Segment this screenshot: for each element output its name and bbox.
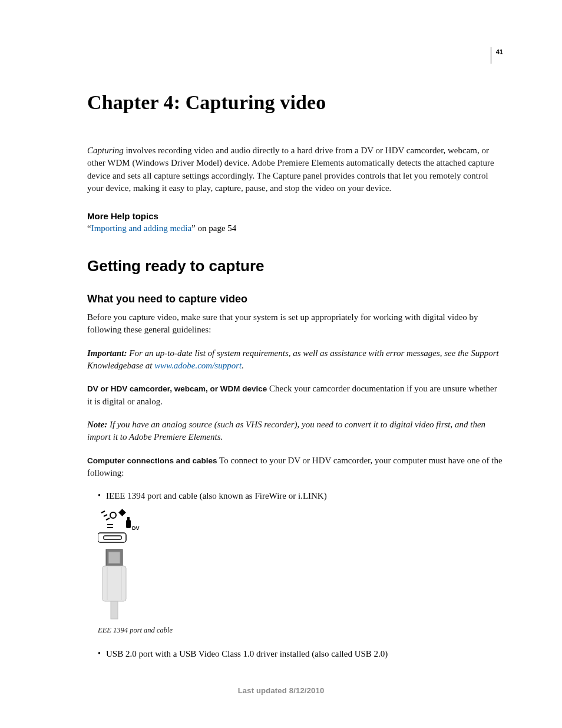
svg-rect-9 (104, 536, 121, 539)
important-label: Important: (87, 348, 127, 358)
connections-list-top: IEEE 1394 port and cable (also known as … (87, 490, 503, 502)
subsection-what-you-need: What you need to capture video (87, 293, 503, 305)
svg-rect-15 (111, 601, 118, 619)
svg-rect-12 (103, 566, 126, 601)
svg-point-3 (110, 512, 116, 518)
svg-line-2 (106, 518, 110, 520)
page: 41 Chapter 4: Capturing video Capturing … (0, 0, 562, 728)
svg-rect-8 (127, 517, 130, 520)
ieee1394-caption: EEE 1394 port and cable (98, 626, 503, 635)
important-after: . (242, 361, 244, 370)
dv-device-line: DV or HDV camcorder, webcam, or WDM devi… (87, 383, 503, 408)
svg-line-1 (104, 515, 107, 516)
svg-rect-7 (126, 520, 131, 528)
svg-rect-4 (120, 510, 125, 516)
analog-note: Note: If you have an analog source (such… (87, 419, 503, 444)
note-text: If you have an analog source (such as VH… (87, 420, 485, 442)
page-footer: Last updated 8/12/2010 (0, 686, 562, 695)
more-help-link[interactable]: Importing and adding media (91, 223, 191, 233)
more-help-after: ” on page 54 (191, 223, 236, 233)
intro-paragraph: Capturing involves recording video and a… (87, 144, 503, 195)
more-help-heading: More Help topics (87, 211, 503, 221)
connections-line: Computer connections and cables To conne… (87, 454, 503, 480)
svg-line-0 (101, 511, 105, 513)
intro-lead-word: Capturing (87, 146, 124, 155)
chapter-title: Chapter 4: Capturing video (87, 91, 503, 114)
important-before: For an up-to-date list of system require… (87, 348, 499, 370)
adobe-support-link[interactable]: www.adobe.com/support (154, 361, 242, 370)
important-note: Important: For an up-to-date list of sys… (87, 347, 503, 373)
page-number: 41 (491, 47, 503, 64)
note-label: Note: (87, 420, 107, 429)
svg-rect-11 (108, 552, 120, 564)
connections-label: Computer connections and cables (87, 456, 217, 465)
list-item: IEEE 1394 port and cable (also known as … (98, 490, 503, 502)
connections-list-bottom: USB 2.0 port with a USB Video Class 1.0 … (87, 648, 503, 660)
quote-open: “ (87, 223, 91, 233)
dv-device-label: DV or HDV camcorder, webcam, or WDM devi… (87, 384, 267, 393)
ieee1394-figure: DV EEE 1394 port and cable (98, 508, 503, 635)
section-heading-getting-ready: Getting ready to capture (87, 257, 503, 275)
ieee1394-port-icon: DV (98, 508, 145, 620)
dv-label: DV (132, 525, 140, 531)
intro-rest: involves recording video and audio direc… (87, 146, 494, 193)
p-before-capture: Before you capture video, make sure that… (87, 311, 503, 337)
list-item: USB 2.0 port with a USB Video Class 1.0 … (98, 648, 503, 660)
more-help-line: “Importing and adding media” on page 54 (87, 223, 503, 233)
